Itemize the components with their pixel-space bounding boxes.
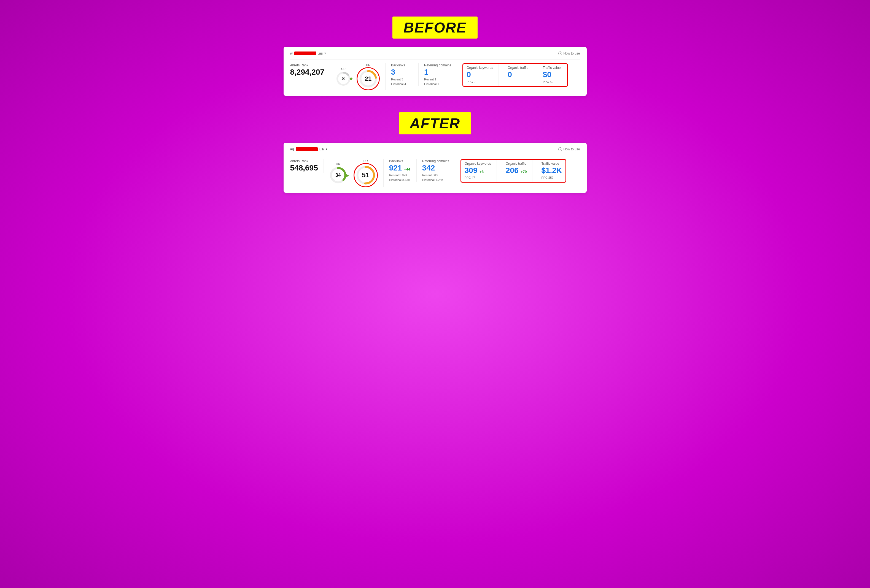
- before-highlight-box: Organic keywords 0 PPC 0 Organic traffic…: [462, 63, 568, 87]
- after-redacted-bar: [296, 147, 318, 151]
- before-dr-label: DR: [366, 63, 370, 67]
- after-dr-section: DR 51: [353, 159, 378, 187]
- before-dr-ring-wrap: 21: [358, 69, 378, 89]
- before-ur-value: 8: [342, 76, 345, 81]
- after-organic-traffic-value: 206 +79: [506, 166, 527, 174]
- after-backlinks-recent: Recent 3.82K: [389, 173, 411, 178]
- after-card-header: ag us/ ▾ ? How to use: [290, 147, 580, 151]
- before-card-header: w .us ▾ ? How to use: [290, 51, 580, 55]
- before-traffic-value: $0: [543, 71, 564, 79]
- after-organic-keywords-ppc: PPC 47: [465, 175, 491, 180]
- after-referring-domains-value: 342: [422, 164, 449, 172]
- before-how-to-use-text: How to use: [563, 52, 580, 55]
- after-dr-outer-ring: 51: [353, 163, 378, 187]
- before-referring-historical: Historical 1: [424, 82, 451, 86]
- before-referring-domains-value: 1: [424, 68, 451, 76]
- after-domain-url: ag us/ ▾: [290, 147, 328, 151]
- after-label-badge: AFTER: [399, 112, 471, 134]
- before-organic-keywords-label: Organic keywords: [466, 66, 493, 70]
- before-backlinks-historical: Historical 4: [391, 82, 413, 86]
- after-metrics-row: Ahrefs Rank 548,695 UR 34 ▶: [290, 155, 580, 187]
- before-ahrefs-rank-value: 8,294,207: [290, 68, 325, 76]
- after-domain-suffix: us/: [319, 147, 324, 151]
- before-backlinks-recent: Recent 3: [391, 77, 413, 82]
- before-traffic-value-block: Traffic value $0 PPC $0: [539, 64, 567, 86]
- before-ur-dr-block: UR 8 DR: [336, 63, 386, 91]
- before-ur-label: UR: [341, 67, 346, 70]
- after-help-icon: ?: [558, 147, 562, 151]
- after-organic-keywords-label: Organic keywords: [465, 162, 491, 166]
- before-referring-recent: Recent 1: [424, 77, 451, 82]
- before-label-badge: BEFORE: [392, 16, 478, 39]
- before-organic-keywords-block: Organic keywords 0 PPC 0: [463, 64, 499, 86]
- before-domain-text: w: [290, 51, 293, 55]
- before-dashboard-card: w .us ▾ ? How to use Ahrefs Rank 8,294,2…: [283, 47, 587, 96]
- before-organic-keywords-ppc: PPC 0: [466, 80, 493, 84]
- before-referring-domains-block: Referring domains 1 Recent 1 Historical …: [424, 63, 457, 86]
- after-organic-keywords-block: Organic keywords 309 +8 PPC 47: [461, 160, 497, 182]
- after-backlinks-historical: Historical 8.67K: [389, 178, 411, 182]
- after-ur-value: 34: [335, 172, 341, 178]
- before-dr-value: 21: [365, 75, 371, 82]
- before-backlinks-label: Backlinks: [391, 63, 413, 67]
- after-ur-label: UR: [336, 162, 340, 166]
- before-traffic-value-ppc: PPC $0: [543, 80, 564, 84]
- before-dropdown-icon[interactable]: ▾: [324, 52, 326, 55]
- before-ur-ring: 8: [336, 71, 351, 86]
- after-referring-historical: Historical 1.25K: [422, 178, 449, 182]
- after-dr-value: 51: [362, 171, 369, 179]
- after-referring-domains-label: Referring domains: [422, 159, 449, 163]
- before-organic-traffic-block: Organic traffic 0: [504, 64, 534, 86]
- after-how-to-use[interactable]: ? How to use: [558, 147, 580, 151]
- after-traffic-value: $1.2K: [541, 166, 562, 174]
- after-ur-section: UR 34 ▶: [329, 162, 347, 184]
- before-referring-domains-label: Referring domains: [424, 63, 451, 67]
- before-backlinks-value: 3: [391, 68, 413, 76]
- after-traffic-value-label: Traffic value: [541, 162, 562, 166]
- after-dropdown-icon[interactable]: ▾: [326, 147, 328, 151]
- before-organic-keywords-value: 0: [466, 71, 493, 79]
- before-traffic-value-label: Traffic value: [543, 66, 564, 70]
- after-organic-traffic-label: Organic traffic: [506, 162, 527, 166]
- after-dr-ring-wrap: 51: [355, 165, 376, 186]
- after-referring-domains-block: Referring domains 342 Recent 663 Histori…: [422, 159, 455, 182]
- before-help-icon: ?: [558, 52, 562, 55]
- after-backlinks-label: Backlinks: [389, 159, 411, 163]
- after-organic-traffic-block: Organic traffic 206 +79: [502, 160, 533, 182]
- after-ahrefs-rank-label: Ahrefs Rank: [290, 159, 318, 163]
- after-ur-ring: 34 ▶: [329, 166, 347, 184]
- before-ahrefs-rank-block: Ahrefs Rank 8,294,207: [290, 63, 331, 77]
- before-metrics-row: Ahrefs Rank 8,294,207 UR 8: [290, 59, 580, 91]
- after-dr-label: DR: [363, 159, 368, 162]
- after-how-to-use-text: How to use: [563, 147, 580, 151]
- after-organic-traffic-change: +79: [521, 170, 527, 174]
- after-ahrefs-rank-value: 548,695: [290, 164, 318, 172]
- before-organic-traffic-value: 0: [508, 71, 528, 79]
- before-how-to-use[interactable]: ? How to use: [558, 52, 580, 55]
- before-ahrefs-rank-label: Ahrefs Rank: [290, 63, 325, 67]
- after-organic-keywords-value: 309 +8: [465, 166, 491, 174]
- after-highlight-box: Organic keywords 309 +8 PPC 47 Organic t…: [460, 159, 567, 183]
- after-backlinks-value: 921 +44: [389, 164, 411, 172]
- before-backlinks-block: Backlinks 3 Recent 3 Historical 4: [391, 63, 419, 86]
- before-redacted-bar: [294, 52, 316, 55]
- after-traffic-value-ppc: PPC $59: [541, 175, 562, 180]
- before-domain-suffix: .us: [318, 51, 323, 55]
- after-organic-keywords-change: +8: [480, 170, 484, 174]
- after-referring-recent: Recent 663: [422, 173, 449, 178]
- after-dashboard-card: ag us/ ▾ ? How to use Ahrefs Rank 548,69…: [283, 143, 587, 193]
- after-traffic-value-block: Traffic value $1.2K PPC $59: [538, 160, 566, 182]
- before-dr-outer-ring: 21: [357, 67, 380, 91]
- after-backlinks-block: Backlinks 921 +44 Recent 3.82K Historica…: [389, 159, 417, 182]
- before-ur-section: UR 8: [336, 67, 351, 86]
- after-ur-arrow-icon: ▶: [346, 173, 349, 178]
- before-label-text: BEFORE: [404, 19, 466, 36]
- after-label-text: AFTER: [410, 116, 460, 131]
- after-ur-dr-block: UR 34 ▶ DR: [329, 159, 384, 187]
- before-dr-section: DR 21: [357, 63, 380, 91]
- before-domain-url: w .us ▾: [290, 51, 326, 55]
- before-organic-traffic-label: Organic traffic: [508, 66, 528, 70]
- after-ahrefs-rank-block: Ahrefs Rank 548,695: [290, 159, 324, 173]
- after-domain-text: ag: [290, 147, 294, 151]
- after-backlinks-change: +44: [404, 167, 410, 171]
